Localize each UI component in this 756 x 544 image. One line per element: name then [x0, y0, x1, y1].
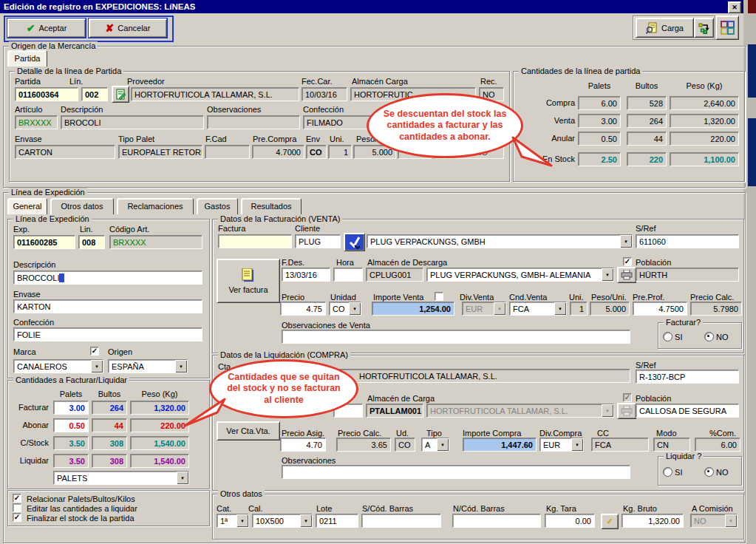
unidad-venta-select[interactable]: CO [329, 302, 361, 316]
background-fragment [748, 44, 756, 98]
poblacion-compra-field[interactable]: CALLOSA DE SEGURA [636, 404, 739, 418]
confeccion-exp-field[interactable]: FOLIE [13, 327, 202, 341]
facturar-si-label: SI [675, 333, 682, 341]
unidad-liquidar-select[interactable]: PALETS [53, 471, 189, 485]
cnd-venta-select[interactable]: FCA [509, 302, 567, 316]
venta-palets-field: 3.00 [578, 114, 621, 128]
ver-factura-button[interactable]: Ver factura [217, 259, 280, 303]
almacen-carga-code-field: PTALLAM001 [366, 404, 423, 418]
fdes-field[interactable]: 13/03/16 [282, 268, 330, 282]
sref-compra-field[interactable]: R-1307-BCP [636, 370, 739, 384]
precio-venta-field[interactable]: 4.75 [280, 302, 326, 316]
edit-partida-button[interactable] [112, 86, 129, 103]
factura-field[interactable] [218, 234, 292, 248]
chevron-down-icon[interactable] [91, 360, 103, 373]
chevron-down-icon[interactable] [620, 235, 632, 248]
liquidar-si-radio[interactable]: SI [663, 467, 682, 477]
marca-checkbox[interactable] [90, 347, 99, 356]
tab-resultados[interactable]: Resultados [241, 198, 302, 214]
cliente-code-field[interactable]: PLUG [295, 234, 341, 248]
envase-exp-label: Envase [13, 290, 41, 299]
facturar-si-radio[interactable]: SI [663, 332, 682, 341]
liquidar-peso-field: 1,540.00 [130, 454, 189, 468]
row-compra-label: Compra [516, 98, 575, 107]
chevron-down-icon[interactable] [602, 268, 613, 281]
lin-exp-label: Lin. [80, 225, 93, 234]
origen-select[interactable]: ESPAÑA [108, 359, 188, 373]
almacen-descarga-select[interactable]: PLUG VERPACKUNGS, GMBH- ALEMANIA [426, 268, 614, 282]
exp-field[interactable]: 011600285 [13, 235, 75, 249]
facturar-palets-field[interactable]: 3.00 [53, 401, 89, 415]
liquidar-no-radio[interactable]: NO [704, 467, 729, 477]
preprof-field[interactable]: 4.7500 [633, 302, 687, 316]
cnd-venta-label: Cnd.Venta [509, 293, 547, 302]
lote-field[interactable]: 0211 [316, 514, 358, 528]
chevron-down-icon[interactable] [571, 438, 583, 451]
finalizar-stock-checkbox[interactable] [13, 513, 21, 522]
unidad-liquidar-value: PALETS [54, 472, 177, 484]
close-button[interactable]: ✕ [728, 1, 741, 13]
editar-cantidades-label: Editar las cantidades a liquidar [27, 504, 137, 513]
com-field: 6.00 [695, 438, 740, 452]
bruto-field[interactable]: 1,320.00 [622, 514, 684, 528]
facturar-no-radio[interactable]: NO [704, 332, 729, 341]
obs-venta-field[interactable] [282, 330, 630, 344]
tipo-select[interactable]: A [421, 438, 449, 452]
cal-select[interactable]: 10X500 [252, 514, 313, 528]
transfer-button[interactable] [694, 18, 714, 38]
hora-field[interactable] [333, 268, 363, 282]
tara-field[interactable]: 0.00 [545, 514, 595, 528]
chevron-down-icon[interactable] [175, 360, 187, 373]
scod-field[interactable] [361, 514, 441, 528]
venta-bultos-field: 264 [627, 114, 667, 128]
arrow-green-squares-icon [698, 22, 710, 34]
descripcion-exp-field[interactable]: BROCCOLI [13, 271, 202, 285]
chevron-down-icon[interactable] [236, 514, 248, 527]
tab-partida[interactable]: Partida [7, 50, 47, 67]
lin-exp-field[interactable]: 008 [78, 235, 105, 249]
fcad-label: F.Cad [205, 135, 227, 143]
uni-venta-field: 1 [570, 302, 588, 316]
marca-select[interactable]: CANALEROS [13, 359, 103, 373]
lin-partida-field[interactable]: 002 [81, 87, 108, 101]
tab-otros-datos[interactable]: Otros datos [50, 198, 114, 214]
cancelar-button[interactable]: ✘ Cancelar [89, 18, 167, 38]
compra-palets-field: 6.00 [578, 96, 621, 110]
editar-cantidades-checkbox[interactable] [13, 503, 21, 512]
chevron-down-icon[interactable] [554, 302, 566, 315]
envase-exp-field[interactable]: KARTON [13, 299, 202, 313]
cliente-lookup-button[interactable] [344, 233, 365, 251]
chevron-down-icon[interactable] [300, 514, 312, 527]
carga-button[interactable]: Carga [636, 18, 694, 38]
precioasig-field[interactable]: 4.70 [280, 438, 326, 452]
tab-reclamaciones[interactable]: Reclamaciones [117, 198, 194, 214]
radio-selected-icon [704, 467, 714, 477]
obs-venta-label: Observaciones de Venta [282, 321, 370, 330]
cliente-select[interactable]: PLUG VERPACKUNGS, GMBH [367, 234, 633, 248]
print-venta-button[interactable] [617, 267, 636, 283]
sref-venta-field[interactable]: 611060 [636, 234, 739, 248]
partida-field[interactable]: 011600364 [15, 87, 78, 101]
chevron-down-icon[interactable] [437, 438, 449, 451]
cat-value: 1ª [217, 514, 236, 527]
cat-select[interactable]: 1ª [217, 514, 249, 528]
grid-button[interactable] [715, 16, 739, 40]
div-compra-select[interactable]: EUR [539, 438, 584, 452]
almacen-carga-value: HORTOFRUTICOLA TALLAMAR, S.L. [427, 404, 602, 417]
aceptar-button[interactable]: ✔ Aceptar [7, 18, 86, 38]
ncod-field[interactable] [452, 514, 541, 528]
relacionar-checkbox[interactable] [13, 494, 21, 503]
importe-venta-checkbox[interactable] [435, 292, 443, 301]
tab-general[interactable]: General [7, 198, 47, 214]
close-icon: ✕ [732, 4, 738, 11]
chevron-down-icon[interactable] [177, 472, 188, 484]
poblacion-venta-checkbox[interactable] [623, 257, 632, 266]
annotation-bubble-stock-text: Se descuentan del stock las cantidades a… [381, 109, 509, 143]
tara-check-button[interactable]: ✓ [601, 514, 619, 529]
fcad-field [205, 145, 250, 159]
chevron-down-icon[interactable] [349, 302, 361, 315]
tab-gastos[interactable]: Gastos [197, 198, 238, 214]
anular-peso-field: 220.00 [670, 132, 739, 146]
abonar-palets-field[interactable]: 0.50 [53, 418, 89, 432]
obs-compra-field[interactable] [282, 465, 630, 479]
